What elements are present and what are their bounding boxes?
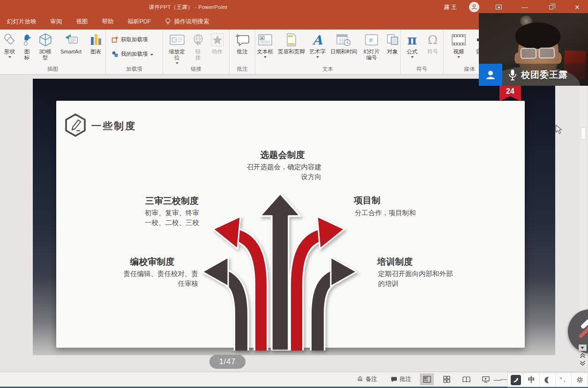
dropdown-icon <box>264 56 267 58</box>
notes-toggle[interactable]: 备注 <box>357 372 377 387</box>
ribbon-display-options-button[interactable] <box>491 1 506 13</box>
restore-icon <box>549 5 553 9</box>
node-title: 编校审制度 <box>105 256 199 268</box>
ime-language-button[interactable]: 中 <box>524 373 540 387</box>
zoom-out-button[interactable]: — <box>494 372 501 387</box>
video-icon <box>451 32 466 48</box>
group-label-illustrations: 插图 <box>0 66 105 73</box>
dropdown-icon <box>457 56 460 58</box>
account-name[interactable]: 露 王 <box>444 3 457 11</box>
comment-icon <box>391 376 397 382</box>
new-comment-icon <box>235 32 250 48</box>
node-topic-meeting[interactable]: 选题会制度 <box>237 149 328 161</box>
arrow-dark-right <box>318 257 357 351</box>
ime-toolbar: 中 °， <box>507 373 588 387</box>
webcam-overlay[interactable]: 校团委王露 <box>479 13 588 86</box>
avatar[interactable] <box>469 2 479 12</box>
datetime-icon <box>336 32 351 48</box>
node-three-review[interactable]: 三审三校制度 <box>125 195 219 207</box>
group-label-links: 链接 <box>163 66 229 73</box>
previous-slide-button[interactable] <box>580 353 586 358</box>
microphone-icon[interactable] <box>508 69 517 81</box>
group-symbols: π 公式 Ω 符号 符号 <box>401 30 444 74</box>
minimize-button[interactable]: — <box>518 1 532 13</box>
tab-review[interactable]: 审阅 <box>44 14 69 30</box>
person-icon <box>471 4 477 10</box>
dropdown-icon <box>8 56 11 58</box>
webcam-name-bar: 校团委王露 <box>479 64 588 86</box>
ime-punctuation-button[interactable]: °， <box>556 373 572 387</box>
slide-sorter-view-button[interactable] <box>439 373 454 385</box>
dropdown-icon <box>316 56 319 58</box>
tab-view[interactable]: 视图 <box>69 14 95 30</box>
scrollbar-thumb[interactable] <box>581 127 586 140</box>
comments-toggle[interactable]: 批注 <box>391 372 411 387</box>
node-edit-review[interactable]: 编校审制度 <box>105 256 199 268</box>
slide-number-icon: # <box>365 32 379 48</box>
tell-me-search[interactable]: 操作说明搜索 <box>165 18 209 26</box>
chart-icon <box>89 32 103 48</box>
get-addins-icon <box>112 36 119 43</box>
status-bar: 备注 批注 — <box>0 372 588 387</box>
ime-fullwidth-button[interactable] <box>540 373 556 387</box>
node-training[interactable]: 培训制度 <box>377 256 480 268</box>
tab-help[interactable]: 帮助 <box>95 14 121 30</box>
participant-icon <box>484 69 497 81</box>
next-slide-button[interactable] <box>580 360 586 366</box>
get-addins-button[interactable]: 获取加载项 <box>112 34 148 45</box>
book-icon <box>462 376 470 383</box>
equation-icon: π <box>407 32 417 48</box>
presenter-glasses <box>521 47 555 59</box>
presenter-name: 校团委王露 <box>521 69 568 81</box>
group-label-addins: 加载项 <box>106 66 163 73</box>
action-star-icon <box>210 32 224 48</box>
presenter-hair <box>515 22 560 49</box>
node-title: 培训制度 <box>377 256 480 268</box>
normal-view-button[interactable] <box>420 373 434 385</box>
node-project-system[interactable]: 项目制 <box>354 194 457 207</box>
reading-view-button[interactable] <box>459 373 473 385</box>
editing-area: 一些制度 <box>0 75 588 372</box>
tab-foxit-pdf[interactable]: 福昕PDF <box>121 14 158 30</box>
page-indicator: 1/47 <box>209 355 246 369</box>
ime-logo-icon <box>511 375 521 385</box>
ime-logo-button[interactable] <box>508 373 524 387</box>
notes-icon <box>357 376 363 382</box>
svg-text:#: # <box>369 37 373 44</box>
arrows-diagram[interactable] <box>199 189 358 351</box>
ribbon-display-icon <box>496 5 502 9</box>
3d-model-icon <box>38 32 53 48</box>
zoom-slider[interactable] <box>500 379 507 380</box>
pencil-hexagon-icon <box>64 113 87 137</box>
symbol-icon: Ω <box>428 32 438 48</box>
wordart-icon: A <box>313 32 322 48</box>
restore-button[interactable] <box>544 1 558 13</box>
gear-icon <box>576 376 584 384</box>
slide-content-panel[interactable]: 一些制度 <box>56 101 525 348</box>
participant-tile-button[interactable] <box>479 64 502 86</box>
search-label: 操作说明搜索 <box>174 18 209 26</box>
tab-slideshow[interactable]: 幻灯片放映 <box>0 14 44 30</box>
icons-bird-icon <box>20 32 34 48</box>
dropdown-icon <box>411 56 414 58</box>
hyperlink-icon <box>192 32 205 48</box>
slideshow-view-button[interactable] <box>479 373 493 385</box>
shapes-icon <box>3 32 17 48</box>
lightbulb-icon <box>165 18 171 26</box>
slide-zoom-icon <box>169 32 185 48</box>
group-links: 缩放定位 链接 动作 链接 <box>163 30 230 74</box>
group-text: A 文本框 页眉和页脚 A 艺术字 日期和时间 <box>255 30 401 74</box>
textbox-icon: A <box>258 32 273 48</box>
group-addins: 获取加载项 我的加载项 加载项 <box>106 30 163 74</box>
group-label-comments: 批注 <box>230 66 255 73</box>
grid-view-icon <box>443 376 450 383</box>
ime-settings-button[interactable] <box>572 373 588 387</box>
scroll-down-button[interactable] <box>579 344 587 351</box>
node-training-desc: 定期召开面向内部和外部的培训 <box>378 269 481 289</box>
group-label-text: 文本 <box>255 66 400 73</box>
close-button[interactable]: ✕ <box>570 1 584 13</box>
my-addins-button[interactable]: 我的加载项 <box>112 49 153 59</box>
dropdown-icon <box>176 62 179 64</box>
node-edit-review-desc: 责任编辑、责任校对、责任审核 <box>114 269 198 289</box>
dropdown-icon <box>150 54 153 56</box>
